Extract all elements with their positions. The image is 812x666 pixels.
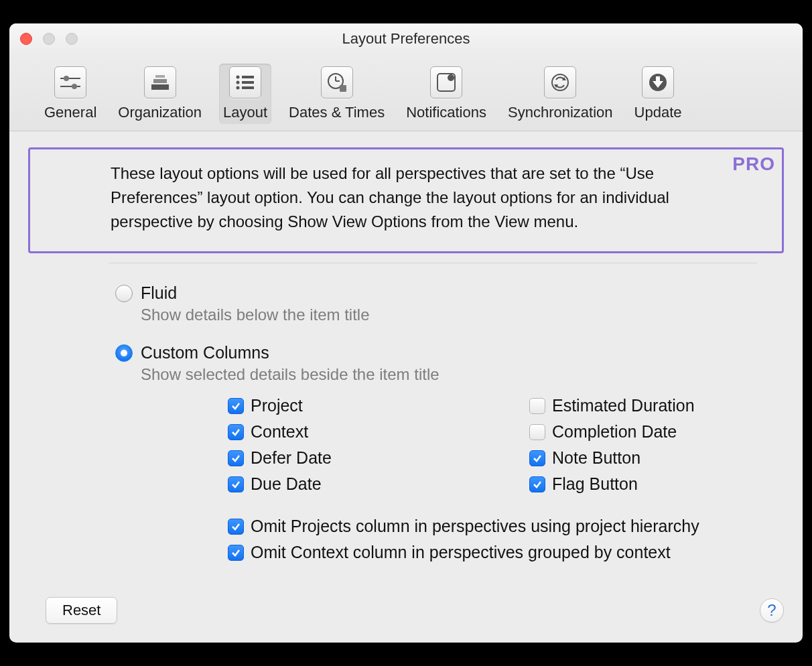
svg-point-9 bbox=[236, 81, 240, 84]
tab-label: Synchronization bbox=[508, 104, 613, 121]
svg-rect-8 bbox=[242, 76, 254, 78]
divider bbox=[109, 263, 757, 263]
footer: Reset ? bbox=[9, 585, 803, 643]
content-area: PRO These layout options will be used fo… bbox=[9, 131, 803, 585]
svg-rect-16 bbox=[340, 85, 346, 92]
svg-point-7 bbox=[236, 76, 240, 79]
list-icon bbox=[229, 66, 261, 98]
checkbox-icon bbox=[228, 398, 244, 414]
radio-label: Custom Columns bbox=[141, 343, 269, 362]
radio-description: Show details below the item title bbox=[141, 306, 784, 324]
stack-icon bbox=[144, 66, 176, 98]
tab-organization[interactable]: Organization bbox=[114, 64, 206, 124]
preferences-window: Layout Preferences General Organization … bbox=[9, 23, 803, 643]
preferences-toolbar: General Organization Layout Dates & Time… bbox=[9, 54, 803, 131]
radio-fluid[interactable]: Fluid bbox=[115, 283, 784, 303]
checkbox-estimated-duration[interactable]: Estimated Duration bbox=[529, 396, 803, 415]
tab-label: Organization bbox=[118, 104, 202, 121]
svg-point-19 bbox=[552, 74, 568, 90]
checkbox-label: Due Date bbox=[251, 474, 322, 494]
callout-text: These layout options will be used for al… bbox=[111, 161, 708, 234]
titlebar: Layout Preferences bbox=[9, 23, 803, 54]
tab-notifications[interactable]: Notifications bbox=[402, 64, 490, 124]
tab-layout[interactable]: Layout bbox=[219, 64, 271, 124]
info-callout: PRO These layout options will be used fo… bbox=[28, 147, 784, 253]
checkbox-due-date[interactable]: Due Date bbox=[228, 474, 529, 494]
svg-rect-5 bbox=[153, 79, 167, 83]
checkbox-project[interactable]: Project bbox=[228, 396, 529, 415]
svg-rect-10 bbox=[242, 81, 254, 84]
svg-point-3 bbox=[72, 84, 77, 89]
tab-label: Dates & Times bbox=[289, 104, 385, 121]
checkbox-icon bbox=[529, 476, 545, 492]
checkbox-icon bbox=[228, 450, 244, 466]
checkbox-completion-date[interactable]: Completion Date bbox=[529, 422, 803, 442]
tab-label: Layout bbox=[223, 104, 267, 121]
checkbox-context[interactable]: Context bbox=[228, 422, 529, 442]
checkbox-icon bbox=[228, 545, 244, 561]
column-checkbox-grid: Project Estimated Duration Context Compl… bbox=[228, 396, 784, 494]
checkbox-flag-button[interactable]: Flag Button bbox=[529, 474, 803, 494]
checkbox-icon bbox=[529, 398, 545, 414]
radio-custom-columns[interactable]: Custom Columns bbox=[115, 343, 784, 362]
checkbox-icon bbox=[529, 424, 545, 440]
radio-icon bbox=[115, 344, 133, 362]
sliders-icon bbox=[54, 66, 86, 98]
svg-rect-4 bbox=[151, 84, 169, 90]
checkbox-label: Flag Button bbox=[552, 474, 638, 494]
checkbox-label: Note Button bbox=[552, 448, 640, 468]
window-title: Layout Preferences bbox=[9, 30, 803, 48]
checkbox-label: Context bbox=[251, 422, 308, 442]
radio-icon bbox=[115, 285, 133, 302]
sync-icon bbox=[544, 66, 576, 98]
checkbox-icon bbox=[228, 476, 244, 492]
radio-label: Fluid bbox=[141, 283, 177, 303]
checkbox-icon bbox=[228, 519, 244, 535]
checkbox-label: Omit Projects column in perspectives usi… bbox=[251, 517, 699, 536]
tab-update[interactable]: Update bbox=[630, 64, 686, 124]
reset-button[interactable]: Reset bbox=[46, 597, 117, 624]
notification-icon bbox=[430, 66, 462, 98]
clock-icon bbox=[321, 66, 353, 98]
checkbox-label: Defer Date bbox=[251, 448, 332, 468]
checkbox-label: Completion Date bbox=[552, 422, 677, 442]
tab-label: General bbox=[44, 104, 96, 121]
pro-badge: PRO bbox=[732, 153, 775, 175]
tab-label: Update bbox=[634, 104, 682, 121]
checkbox-label: Project bbox=[251, 396, 303, 415]
svg-point-18 bbox=[448, 74, 454, 81]
layout-mode-group: Fluid Show details below the item title … bbox=[115, 283, 784, 562]
svg-point-11 bbox=[236, 86, 240, 90]
radio-description: Show selected details beside the item ti… bbox=[141, 365, 784, 384]
svg-point-2 bbox=[64, 76, 69, 81]
help-button[interactable]: ? bbox=[760, 598, 784, 622]
svg-rect-12 bbox=[242, 86, 254, 89]
checkbox-defer-date[interactable]: Defer Date bbox=[228, 448, 529, 468]
svg-rect-6 bbox=[155, 75, 165, 78]
checkbox-label: Omit Context column in perspectives grou… bbox=[251, 543, 671, 562]
tab-label: Notifications bbox=[406, 104, 486, 121]
checkbox-icon bbox=[228, 424, 244, 440]
tab-general[interactable]: General bbox=[40, 64, 100, 124]
checkbox-label: Estimated Duration bbox=[552, 396, 695, 415]
download-icon bbox=[642, 66, 674, 98]
checkbox-omit-projects[interactable]: Omit Projects column in perspectives usi… bbox=[228, 517, 784, 536]
omit-options: Omit Projects column in perspectives usi… bbox=[228, 517, 784, 562]
checkbox-note-button[interactable]: Note Button bbox=[529, 448, 803, 468]
checkbox-icon bbox=[529, 450, 545, 466]
tab-dates-times[interactable]: Dates & Times bbox=[285, 64, 389, 124]
tab-synchronization[interactable]: Synchronization bbox=[504, 64, 617, 124]
checkbox-omit-context[interactable]: Omit Context column in perspectives grou… bbox=[228, 543, 784, 562]
